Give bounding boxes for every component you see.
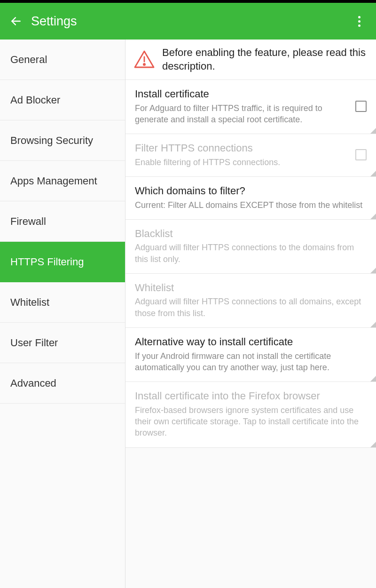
content-panel: Before enabling the feature, please read… — [125, 40, 376, 588]
setting-whitelist: Whitelist Adguard will filter HTTPS conn… — [125, 274, 376, 328]
sidebar-item-label: Whitelist — [10, 296, 49, 309]
corner-indicator-icon — [370, 128, 376, 134]
setting-desc: Adguard will filter HTTPS connections to… — [135, 242, 367, 265]
setting-title: Filter HTTPS connections — [135, 142, 349, 155]
setting-title: Alternative way to install certificate — [135, 335, 367, 349]
warning-triangle-icon — [133, 48, 156, 71]
setting-desc: If your Android firmware can not install… — [135, 350, 367, 373]
corner-indicator-icon — [370, 376, 376, 381]
corner-indicator-icon — [370, 442, 376, 447]
install-certificate-checkbox[interactable] — [355, 101, 367, 112]
setting-title: Whitelist — [135, 281, 367, 294]
sidebar-item-label: Advanced — [10, 377, 56, 389]
setting-desc: Adguard will filter HTTPS connections to… — [135, 296, 367, 319]
corner-indicator-icon — [370, 268, 376, 273]
sidebar-item-label: General — [10, 54, 47, 66]
more-vert-icon — [358, 16, 360, 27]
arrow-left-icon — [10, 15, 22, 27]
setting-alternative-install[interactable]: Alternative way to install certificate I… — [125, 328, 376, 382]
overflow-menu-button[interactable] — [349, 11, 369, 32]
warning-banner[interactable]: Before enabling the feature, please read… — [125, 40, 376, 80]
sidebar-item-label: Ad Blocker — [10, 94, 60, 106]
sidebar-item-label: HTTPS Filtering — [10, 256, 84, 268]
sidebar-item-whitelist[interactable]: Whitelist — [0, 282, 125, 323]
back-button[interactable] — [7, 12, 25, 31]
setting-title: Blacklist — [135, 227, 367, 240]
sidebar-item-label: User Filter — [10, 337, 58, 349]
setting-which-domains[interactable]: Which domains to filter? Current: Filter… — [125, 177, 376, 220]
svg-point-2 — [143, 64, 145, 65]
sidebar-item-browsing-security[interactable]: Browsing Security — [0, 120, 125, 161]
setting-filter-https-connections: Filter HTTPS connections Enable filterin… — [125, 134, 376, 177]
sidebar-item-firewall[interactable]: Firewall — [0, 201, 125, 242]
app-header: Settings — [0, 3, 376, 40]
setting-firefox-certificate: Install certificate into the Firefox bro… — [125, 382, 376, 447]
sidebar-item-ad-blocker[interactable]: Ad Blocker — [0, 80, 125, 120]
sidebar-item-label: Firewall — [10, 215, 46, 228]
sidebar: General Ad Blocker Browsing Security App… — [0, 40, 125, 588]
corner-indicator-icon — [370, 214, 376, 219]
page-title: Settings — [31, 14, 349, 29]
setting-desc: Current: Filter ALL domains EXCEPT those… — [135, 199, 367, 211]
sidebar-item-user-filter[interactable]: User Filter — [0, 323, 125, 363]
setting-desc: Firefox-based browsers ignore system cer… — [135, 405, 367, 439]
setting-install-certificate[interactable]: Install certificate For Adguard to filte… — [125, 80, 376, 134]
sidebar-item-apps-management[interactable]: Apps Management — [0, 161, 125, 201]
sidebar-item-https-filtering[interactable]: HTTPS Filtering — [0, 242, 125, 282]
setting-title: Which domains to filter? — [135, 184, 367, 198]
sidebar-item-label: Apps Management — [10, 175, 97, 187]
setting-title: Install certificate into the Firefox bro… — [135, 389, 367, 403]
setting-desc: Enable filtering of HTTPS connections. — [135, 157, 349, 168]
sidebar-item-label: Browsing Security — [10, 135, 93, 147]
sidebar-item-general[interactable]: General — [0, 40, 125, 80]
setting-desc: For Adguard to filter HTTPS traffic, it … — [135, 103, 349, 126]
sidebar-item-advanced[interactable]: Advanced — [0, 363, 125, 404]
warning-text: Before enabling the feature, please read… — [162, 46, 367, 73]
corner-indicator-icon — [370, 322, 376, 327]
corner-indicator-icon — [370, 171, 376, 176]
setting-title: Install certificate — [135, 87, 349, 101]
filter-https-checkbox — [355, 149, 367, 160]
setting-blacklist: Blacklist Adguard will filter HTTPS conn… — [125, 220, 376, 274]
